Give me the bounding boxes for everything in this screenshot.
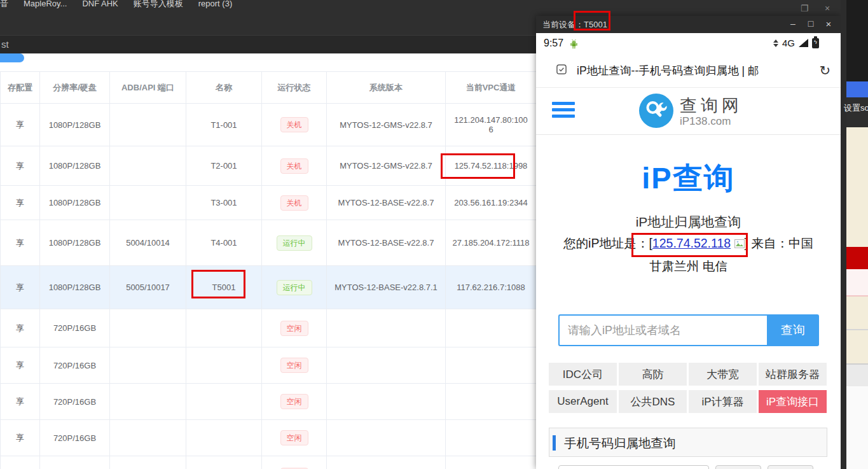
menu-icon[interactable]: [552, 102, 575, 121]
table-row[interactable]: 享720P/16GB空闲: [1, 456, 537, 469]
cell-vpc: 121.204.147.80:1006: [446, 104, 537, 146]
quick-link[interactable]: 站群服务器: [759, 363, 827, 386]
quick-link[interactable]: 大带宽: [689, 363, 757, 386]
cell-version: MYTOS-12-GMS-v22.8.7: [327, 104, 446, 146]
cell-resolution: 1080P/128GB: [40, 146, 110, 186]
quick-link[interactable]: 高防: [619, 363, 687, 386]
table-row[interactable]: 享1080P/128GB5004/10014T4-001运行中MYTOS-12-…: [1, 220, 537, 266]
broken-image-icon: [734, 237, 745, 251]
cell-status: 运行中: [262, 266, 327, 309]
taskbar-tab[interactable]: 语音: [0, 0, 8, 10]
blue-pill-button[interactable]: [0, 53, 24, 62]
cell-memory: 享: [1, 347, 40, 384]
hero-title: iP查询: [536, 158, 841, 199]
android-icon: [569, 39, 579, 52]
cell-version: [327, 420, 446, 456]
cell-ports: 5004/10014: [110, 220, 186, 266]
table-row[interactable]: 享720P/16GB空闲: [1, 384, 537, 420]
cell-version: [327, 456, 446, 469]
cell-vpc: [446, 420, 537, 456]
taskbar-tab[interactable]: MapleRoy...: [24, 0, 67, 8]
phone-section-title: 手机号码归属地查询: [564, 428, 676, 458]
cell-ports: [110, 420, 186, 456]
site-logo[interactable]: [639, 94, 673, 130]
table-row[interactable]: 享720P/16GB空闲: [1, 347, 537, 384]
phone-lookup-button-2[interactable]: [768, 465, 813, 469]
minimize-button[interactable]: –: [786, 16, 800, 33]
cell-status: 关机: [262, 146, 327, 186]
quick-link[interactable]: 公共DNS: [619, 390, 687, 413]
ip-search-input[interactable]: [558, 314, 767, 346]
clock: 9:57: [544, 38, 563, 49]
device-table-body: 享1080P/128GBT1-001关机MYTOS-12-GMS-v22.8.7…: [1, 104, 537, 469]
cell-ports: [110, 186, 186, 220]
phone-number-input[interactable]: [558, 465, 709, 469]
cell-memory: 享: [1, 186, 40, 220]
quick-link[interactable]: IDC公司: [549, 363, 617, 386]
page-title[interactable]: iP地址查询--手机号码查询归属地 | 邮: [577, 63, 787, 78]
phone-screen: 9:57 4G: [536, 33, 841, 469]
taskbar-tabs: 语音MapleRoy...DNF AHK账号导入模板report (3): [0, 0, 247, 10]
status-badge: 运行中: [277, 235, 312, 251]
cell-memory: 享: [1, 220, 40, 266]
cell-status: 空闲: [262, 456, 327, 469]
cell-ports: [110, 456, 186, 469]
background-blue-bar: [846, 81, 868, 97]
table-row[interactable]: 享1080P/128GBT3-001关机MYTOS-12-BASE-v22.8.…: [1, 186, 537, 220]
background-close-icon: ×: [825, 3, 830, 13]
taskbar-tab[interactable]: report (3): [198, 0, 232, 8]
table-row[interactable]: 享1080P/128GB5005/10017T5001运行中MYTOS-12-B…: [1, 266, 537, 309]
phone-lookup-section: 手机号码归属地查询: [549, 428, 827, 457]
cell-ports: [110, 384, 186, 420]
refresh-icon[interactable]: ↻: [819, 63, 830, 78]
cell-resolution: 720P/16GB: [40, 347, 110, 384]
cell-status: 运行中: [262, 220, 327, 266]
cell-version: [327, 309, 446, 347]
cell-version: [327, 347, 446, 384]
quick-link[interactable]: iP计算器: [689, 390, 757, 413]
ip-location: 甘肃兰州 电信: [536, 258, 841, 275]
network-type-label: 4G: [782, 38, 795, 48]
cell-ports: [110, 309, 186, 347]
site-name: 查询网: [680, 96, 743, 115]
secure-badge-icon[interactable]: [555, 63, 568, 78]
table-row[interactable]: 享1080P/128GBT1-001关机MYTOS-12-GMS-v22.8.7…: [1, 104, 537, 146]
secondary-bar-text: st: [1, 39, 9, 50]
cell-vpc: 27.185.204.172:1118: [446, 220, 537, 266]
table-row[interactable]: 享1080P/128GBT2-001关机MYTOS-12-GMS-v22.8.7…: [1, 146, 537, 186]
cell-resolution: 720P/16GB: [40, 309, 110, 347]
cell-vpc: [446, 309, 537, 347]
phone-lookup-form-partial: [536, 457, 841, 469]
maximize-button[interactable]: □: [804, 16, 818, 33]
status-badge: 关机: [280, 117, 308, 132]
cell-resolution: 720P/16GB: [40, 456, 110, 469]
ip-link[interactable]: 125.74.52.118: [652, 236, 731, 250]
taskbar-tab[interactable]: DNF AHK: [82, 0, 118, 8]
phone-lookup-button[interactable]: [715, 465, 761, 469]
ip-prefix: 您的iP地址是：[: [563, 236, 652, 250]
table-header: 分辨率/硬盘: [40, 72, 110, 104]
device-table: 存配置分辨率/硬盘ADB/API 端口名称运行状态系统版本当前VPC通道 享10…: [0, 71, 536, 469]
quick-link[interactable]: UserAgent: [549, 390, 617, 413]
ip-search-form: 查询: [558, 314, 819, 346]
cell-resolution: 1080P/128GB: [40, 266, 110, 309]
device-window-titlebar[interactable]: 当前设备：T5001 – □ ×: [536, 16, 841, 33]
close-button[interactable]: ×: [822, 16, 836, 33]
table-header: 存配置: [1, 72, 40, 104]
cell-ports: 5005/10017: [110, 266, 186, 309]
status-bar: 9:57 4G: [536, 33, 841, 54]
cell-name: [186, 420, 262, 456]
quick-link[interactable]: iP查询接口: [759, 390, 827, 413]
search-button[interactable]: 查询: [767, 314, 819, 346]
cell-name: [186, 456, 262, 469]
cell-resolution: 720P/16GB: [40, 384, 110, 420]
cell-status: 关机: [262, 104, 327, 146]
background-strip-text: 设置so: [844, 102, 868, 114]
table-row[interactable]: 享720P/16GB空闲: [1, 309, 537, 347]
taskbar-tab[interactable]: 账号导入模板: [134, 0, 183, 10]
table-row[interactable]: 享720P/16GB空闲: [1, 420, 537, 456]
status-badge: 空闲: [280, 394, 308, 409]
window-title-device: T5001: [584, 20, 607, 29]
cell-ports: [110, 347, 186, 384]
cell-resolution: 720P/16GB: [40, 420, 110, 456]
